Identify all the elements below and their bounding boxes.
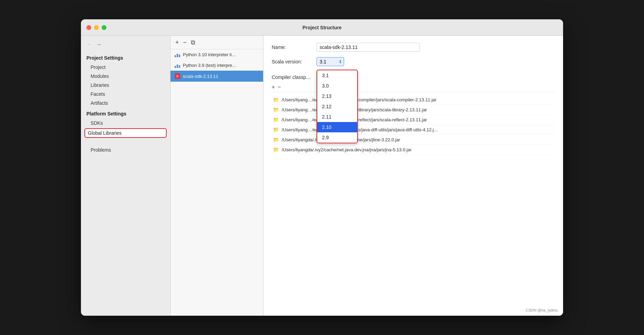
compiler-entry-5: /Users/liyangda/.ivy2/cache/net.java.dev… [282,147,412,152]
compiler-entry-3: /Users/liyang…/e/io.github.java-diff-uti… [282,127,438,132]
table-row: 📁 /Users/liyang…/e/org.scala-lang/scala-… [272,95,555,105]
list-item-python39[interactable]: Python 3.9 (test) interpre… [170,60,263,71]
bar-chart-icon [175,63,180,68]
scala-icon: S [175,73,180,79]
middle-panel: + − ⧉ Python 3.10 interpreter li… [170,36,263,316]
right-panel: Name: Scala version: 3.1 ⬆ 3.1 3.0 2.13 [263,36,563,316]
project-structure-window: Project Structure ← → Project Settings P… [81,19,563,316]
titlebar-buttons [86,25,106,30]
scala-sdk-label: scala-sdk-2.13.11 [183,74,218,79]
sidebar-item-libraries[interactable]: Libraries [81,81,170,90]
folder-icon: 📁 [273,97,279,102]
chevron-icon: ⬆ [339,59,342,64]
table-row: 📁 /Users/liyangda/.ivy2/cache/org.jline/… [272,135,555,145]
maximize-button[interactable] [102,25,106,30]
name-row: Name: [272,43,555,52]
folder-icon: 📁 [273,127,279,132]
sidebar-item-project[interactable]: Project [81,63,170,72]
table-row: 📁 /Users/liyang…/e/io.github.java-diff-u… [272,125,555,135]
dropdown-option-30[interactable]: 3.0 [317,81,357,91]
platform-settings-header: Platform Settings [81,108,170,119]
main-content: ← → Project Settings Project Modules Lib… [81,36,563,316]
folder-icon: 📁 [273,107,279,112]
middle-toolbar: + − ⧉ [170,36,263,49]
sidebar-item-artifacts[interactable]: Artifacts [81,99,170,108]
name-input[interactable] [316,43,420,52]
dropdown-option-213[interactable]: 2.13 [317,91,357,101]
dropdown-option-210[interactable]: 2.10 [317,122,357,132]
scala-version-wrapper: 3.1 ⬆ 3.1 3.0 2.13 2.12 2.11 2.10 2.9 [316,57,344,66]
folder-icon: 📁 [273,117,279,122]
watermark: CSDN @ha_lydms [526,308,558,312]
scala-version-row: Scala version: 3.1 ⬆ 3.1 3.0 2.13 2.12 2… [272,57,555,66]
sidebar: ← → Project Settings Project Modules Lib… [81,36,170,316]
dropdown-option-29[interactable]: 2.9 [317,132,357,143]
table-row: 📁 /Users/liyang…/e/org.scala-lang/scala-… [272,105,555,115]
sidebar-item-problems[interactable]: Problems [81,145,170,154]
compiler-list: 📁 /Users/liyang…/e/org.scala-lang/scala-… [272,95,555,155]
sidebar-item-modules[interactable]: Modules [81,72,170,81]
table-row: 📁 /Users/liyangda/.ivy2/cache/net.java.d… [272,145,555,155]
compiler-entry-0: /Users/liyang…/e/org.scala-lang/scala-co… [282,97,436,102]
table-row: 📁 /Users/liyang…/e/org.scala-lang/scala-… [272,115,555,125]
compiler-classpath-section: Compiler classp… + − 📁 /Users/liyang…/e/… [272,74,555,155]
minimize-button[interactable] [94,25,99,30]
add-button[interactable]: + [175,39,180,45]
copy-button[interactable]: ⧉ [190,39,196,45]
project-settings-header: Project Settings [81,52,170,63]
dropdown-option-212[interactable]: 2.12 [317,101,357,112]
forward-button[interactable]: → [96,41,102,48]
name-label: Name: [272,44,316,50]
sidebar-item-global-libraries[interactable]: Global Libraries [84,128,167,138]
scala-version-value: 3.1 [320,59,326,64]
close-button[interactable] [86,25,91,30]
sidebar-item-facets[interactable]: Facets [81,90,170,99]
folder-icon: 📁 [273,147,279,152]
titlebar: Project Structure [81,19,563,36]
compiler-remove-button[interactable]: − [278,84,281,90]
scala-version-select[interactable]: 3.1 ⬆ [316,57,344,66]
list-item-python310[interactable]: Python 3.10 interpreter li… [170,49,263,60]
python310-label: Python 3.10 interpreter li… [183,52,236,57]
python39-label: Python 3.9 (test) interpre… [183,63,237,68]
remove-button[interactable]: − [183,39,188,45]
dropdown-option-31[interactable]: 3.1 [317,70,357,81]
nav-arrows: ← → [81,41,170,52]
compiler-toolbar: + − [272,83,555,92]
window-title: Project Structure [302,25,342,30]
scala-version-dropdown: 3.1 3.0 2.13 2.12 2.11 2.10 2.9 [316,70,358,143]
scala-version-label: Scala version: [272,59,316,64]
compiler-add-button[interactable]: + [272,84,275,90]
back-button[interactable]: ← [86,41,92,48]
folder-icon: 📁 [273,137,279,142]
bar-chart-icon [175,52,180,57]
compiler-classpath-label: Compiler classp… [272,74,555,80]
sidebar-item-sdks[interactable]: SDKs [81,119,170,128]
list-item-scala-sdk[interactable]: S scala-sdk-2.13.11 [170,71,263,82]
dropdown-option-211[interactable]: 2.11 [317,112,357,122]
